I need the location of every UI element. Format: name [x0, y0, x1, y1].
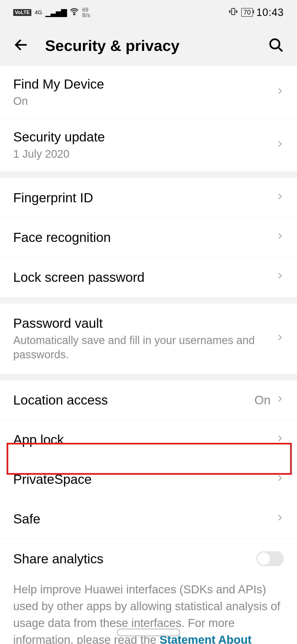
svg-point-0	[74, 13, 75, 15]
page-header: Security & privacy	[0, 25, 297, 66]
network-speed-indicator: 69 B/s	[82, 7, 90, 18]
svg-rect-1	[232, 8, 235, 15]
row-title: Safe	[13, 511, 276, 526]
row-value: On	[254, 393, 271, 407]
row-title: PrivateSpace	[13, 472, 276, 487]
row-title: Fingerprint ID	[13, 190, 276, 205]
status-bar: VoLTE 4G ▁▃▅▇ 69 B/s 70 10:43	[0, 0, 297, 25]
wifi-icon	[70, 7, 79, 18]
row-subtitle: On	[13, 94, 276, 108]
vibrate-icon	[229, 7, 238, 18]
settings-group-password-vault: Password vault Automatically save and fi…	[0, 304, 297, 374]
row-share-analytics[interactable]: Share analytics	[0, 539, 297, 578]
settings-group-device: Find My Device On Security update 1 July…	[0, 66, 297, 171]
chevron-right-icon	[276, 392, 284, 408]
settings-group-biometrics: Fingerprint ID Face recognition Lock scr…	[0, 178, 297, 297]
chevron-right-icon	[276, 190, 284, 206]
chevron-right-icon	[276, 137, 284, 153]
back-arrow-icon[interactable]	[13, 37, 29, 54]
chevron-right-icon	[276, 230, 284, 245]
row-subtitle: Automatically save and fill in your user…	[13, 333, 276, 362]
row-title: Lock screen password	[13, 270, 276, 285]
row-location-access[interactable]: Location access On	[0, 380, 297, 420]
battery-indicator: 70	[241, 8, 253, 17]
chevron-right-icon	[276, 269, 284, 285]
clock-indicator: 10:43	[256, 7, 284, 18]
page-title: Security & privacy	[45, 37, 251, 54]
volte-indicator: VoLTE	[13, 9, 31, 16]
row-password-vault[interactable]: Password vault Automatically save and fi…	[0, 304, 297, 374]
row-title: Share analytics	[13, 551, 256, 566]
search-icon[interactable]	[268, 37, 284, 54]
row-title: Security update	[13, 129, 276, 144]
row-title: App lock	[13, 432, 276, 447]
row-title: Password vault	[13, 316, 276, 331]
row-subtitle: 1 July 2020	[13, 147, 276, 161]
row-find-my-device[interactable]: Find My Device On	[0, 66, 297, 119]
row-lock-screen-password[interactable]: Lock screen password	[0, 257, 297, 297]
network-type-indicator: 4G	[35, 10, 42, 15]
row-title: Face recognition	[13, 230, 276, 245]
row-title: Find My Device	[13, 77, 276, 92]
settings-group-privacy: Location access On App lock PrivateSpace…	[0, 380, 297, 644]
row-title: Location access	[13, 392, 254, 408]
row-safe[interactable]: Safe	[0, 499, 297, 539]
chevron-right-icon	[276, 84, 284, 100]
row-security-update[interactable]: Security update 1 July 2020	[0, 119, 297, 171]
signal-bars-icon: ▁▃▅▇	[45, 8, 66, 17]
row-face-recognition[interactable]: Face recognition	[0, 218, 297, 257]
row-privatespace[interactable]: PrivateSpace	[0, 460, 297, 499]
chevron-right-icon	[276, 471, 284, 487]
chevron-right-icon	[276, 331, 284, 347]
chevron-right-icon	[276, 432, 284, 448]
row-fingerprint-id[interactable]: Fingerprint ID	[0, 178, 297, 218]
share-analytics-toggle[interactable]	[256, 551, 284, 566]
row-app-lock[interactable]: App lock	[0, 420, 297, 460]
chevron-right-icon	[276, 511, 284, 527]
gesture-nav-pill[interactable]	[117, 629, 180, 636]
